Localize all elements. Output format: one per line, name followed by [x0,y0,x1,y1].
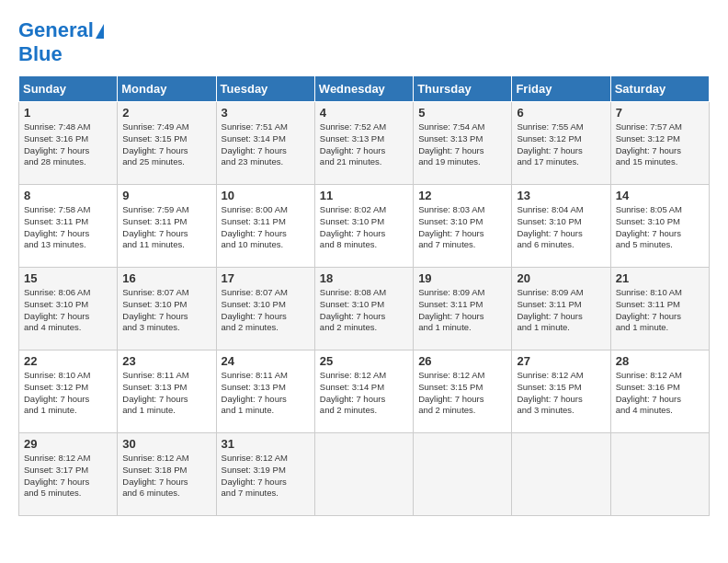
weekday-header-wednesday: Wednesday [314,76,413,102]
day-number: 5 [418,106,506,120]
calendar-cell [414,433,512,516]
cell-content: Sunrise: 8:12 AMSunset: 3:19 PMDaylight:… [222,453,310,500]
day-number: 4 [320,106,408,120]
calendar-cell: 13 Sunrise: 8:04 AMSunset: 3:10 PMDaylig… [512,185,610,268]
weekday-header-friday: Friday [512,76,610,102]
cell-content: Sunrise: 8:11 AMSunset: 3:13 PMDaylight:… [122,370,210,417]
cell-content: Sunrise: 7:58 AMSunset: 3:11 PMDaylight:… [24,204,112,251]
calendar-week-5: 29 Sunrise: 8:12 AMSunset: 3:17 PMDaylig… [19,433,710,516]
cell-content: Sunrise: 7:57 AMSunset: 3:12 PMDaylight:… [616,121,704,168]
calendar-cell: 8 Sunrise: 7:58 AMSunset: 3:11 PMDayligh… [19,185,118,268]
weekday-header-thursday: Thursday [414,76,512,102]
calendar-week-1: 1 Sunrise: 7:48 AMSunset: 3:16 PMDayligh… [19,102,710,185]
cell-content: Sunrise: 8:09 AMSunset: 3:11 PMDaylight:… [517,287,605,334]
calendar-cell: 16 Sunrise: 8:07 AMSunset: 3:10 PMDaylig… [118,268,216,350]
page-header: General Blue [18,18,710,66]
cell-content: Sunrise: 8:12 AMSunset: 3:14 PMDaylight:… [320,370,408,417]
cell-content: Sunrise: 8:12 AMSunset: 3:16 PMDaylight:… [616,370,704,417]
calendar-cell: 18 Sunrise: 8:08 AMSunset: 3:10 PMDaylig… [314,268,413,350]
calendar-cell: 28 Sunrise: 8:12 AMSunset: 3:16 PMDaylig… [610,350,709,433]
calendar-cell: 2 Sunrise: 7:49 AMSunset: 3:15 PMDayligh… [118,102,216,185]
cell-content: Sunrise: 8:12 AMSunset: 3:15 PMDaylight:… [418,370,506,417]
cell-content: Sunrise: 8:11 AMSunset: 3:13 PMDaylight:… [222,370,310,417]
day-number: 18 [320,271,408,285]
cell-content: Sunrise: 7:59 AMSunset: 3:11 PMDaylight:… [122,204,210,251]
cell-content: Sunrise: 8:10 AMSunset: 3:12 PMDaylight:… [24,370,112,417]
cell-content: Sunrise: 8:09 AMSunset: 3:11 PMDaylight:… [418,287,506,334]
day-number: 30 [122,437,210,451]
cell-content: Sunrise: 8:07 AMSunset: 3:10 PMDaylight:… [222,287,310,334]
logo-general: General [18,18,94,42]
day-number: 21 [616,271,704,285]
calendar-week-2: 8 Sunrise: 7:58 AMSunset: 3:11 PMDayligh… [19,185,710,268]
calendar-cell [314,433,413,516]
weekday-header-tuesday: Tuesday [216,76,314,102]
day-number: 14 [616,189,704,202]
cell-content: Sunrise: 8:05 AMSunset: 3:10 PMDaylight:… [616,204,704,251]
day-number: 1 [24,106,112,120]
cell-content: Sunrise: 7:55 AMSunset: 3:12 PMDaylight:… [517,121,605,168]
calendar-cell: 17 Sunrise: 8:07 AMSunset: 3:10 PMDaylig… [216,268,314,350]
calendar-cell: 31 Sunrise: 8:12 AMSunset: 3:19 PMDaylig… [216,433,314,516]
day-number: 20 [517,271,605,285]
calendar-cell: 1 Sunrise: 7:48 AMSunset: 3:16 PMDayligh… [19,102,118,185]
calendar-cell: 24 Sunrise: 8:11 AMSunset: 3:13 PMDaylig… [216,350,314,433]
calendar-cell: 12 Sunrise: 8:03 AMSunset: 3:10 PMDaylig… [414,185,512,268]
day-number: 19 [418,271,506,285]
day-number: 16 [122,271,210,285]
cell-content: Sunrise: 7:52 AMSunset: 3:13 PMDaylight:… [320,121,408,168]
day-number: 2 [122,106,210,120]
logo: General Blue [18,18,104,66]
day-number: 25 [320,354,408,368]
cell-content: Sunrise: 8:06 AMSunset: 3:10 PMDaylight:… [24,287,112,334]
calendar-table: SundayMondayTuesdayWednesdayThursdayFrid… [18,75,710,516]
day-number: 31 [222,437,310,451]
calendar-body: 1 Sunrise: 7:48 AMSunset: 3:16 PMDayligh… [19,102,710,516]
calendar-week-3: 15 Sunrise: 8:06 AMSunset: 3:10 PMDaylig… [19,268,710,350]
weekday-header-saturday: Saturday [610,76,709,102]
day-number: 12 [418,189,506,202]
day-number: 7 [616,106,704,120]
cell-content: Sunrise: 8:00 AMSunset: 3:11 PMDaylight:… [222,204,310,251]
calendar-cell: 19 Sunrise: 8:09 AMSunset: 3:11 PMDaylig… [414,268,512,350]
day-number: 9 [122,189,210,202]
calendar-cell: 6 Sunrise: 7:55 AMSunset: 3:12 PMDayligh… [512,102,610,185]
calendar-cell [610,433,709,516]
day-number: 22 [24,354,112,368]
logo-arrow-icon [96,24,104,39]
day-number: 23 [122,354,210,368]
cell-content: Sunrise: 8:12 AMSunset: 3:18 PMDaylight:… [122,453,210,500]
cell-content: Sunrise: 7:49 AMSunset: 3:15 PMDaylight:… [122,121,210,168]
cell-content: Sunrise: 8:08 AMSunset: 3:10 PMDaylight:… [320,287,408,334]
weekday-header-sunday: Sunday [19,76,118,102]
calendar-cell: 10 Sunrise: 8:00 AMSunset: 3:11 PMDaylig… [216,185,314,268]
day-number: 26 [418,354,506,368]
calendar-cell: 26 Sunrise: 8:12 AMSunset: 3:15 PMDaylig… [414,350,512,433]
day-number: 3 [222,106,310,120]
day-number: 28 [616,354,704,368]
calendar-cell: 25 Sunrise: 8:12 AMSunset: 3:14 PMDaylig… [314,350,413,433]
day-number: 24 [222,354,310,368]
calendar-cell: 5 Sunrise: 7:54 AMSunset: 3:13 PMDayligh… [414,102,512,185]
logo-blue-text: Blue [18,42,104,66]
calendar-cell: 23 Sunrise: 8:11 AMSunset: 3:13 PMDaylig… [118,350,216,433]
cell-content: Sunrise: 8:12 AMSunset: 3:15 PMDaylight:… [517,370,605,417]
cell-content: Sunrise: 7:54 AMSunset: 3:13 PMDaylight:… [418,121,506,168]
day-number: 6 [517,106,605,120]
calendar-header: SundayMondayTuesdayWednesdayThursdayFrid… [19,76,710,102]
calendar-cell: 15 Sunrise: 8:06 AMSunset: 3:10 PMDaylig… [19,268,118,350]
calendar-cell [512,433,610,516]
cell-content: Sunrise: 8:04 AMSunset: 3:10 PMDaylight:… [517,204,605,251]
calendar-week-4: 22 Sunrise: 8:10 AMSunset: 3:12 PMDaylig… [19,350,710,433]
day-number: 29 [24,437,112,451]
calendar-cell: 22 Sunrise: 8:10 AMSunset: 3:12 PMDaylig… [19,350,118,433]
cell-content: Sunrise: 8:10 AMSunset: 3:11 PMDaylight:… [616,287,704,334]
cell-content: Sunrise: 8:12 AMSunset: 3:17 PMDaylight:… [24,453,112,500]
day-number: 10 [222,189,310,202]
calendar-cell: 4 Sunrise: 7:52 AMSunset: 3:13 PMDayligh… [314,102,413,185]
calendar-cell: 20 Sunrise: 8:09 AMSunset: 3:11 PMDaylig… [512,268,610,350]
cell-content: Sunrise: 8:02 AMSunset: 3:10 PMDaylight:… [320,204,408,251]
day-number: 27 [517,354,605,368]
calendar-cell: 27 Sunrise: 8:12 AMSunset: 3:15 PMDaylig… [512,350,610,433]
calendar-cell: 29 Sunrise: 8:12 AMSunset: 3:17 PMDaylig… [19,433,118,516]
